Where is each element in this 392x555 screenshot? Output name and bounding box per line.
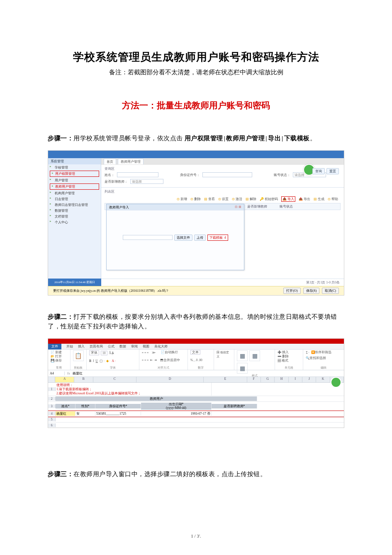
fx-icon[interactable]: fx bbox=[65, 372, 73, 375]
upload-button[interactable]: 上传 bbox=[194, 235, 206, 241]
save-button[interactable]: 保存(S) bbox=[303, 288, 320, 294]
tb-help[interactable]: ◎帮助 bbox=[328, 196, 338, 202]
col-i[interactable]: I bbox=[289, 377, 302, 382]
step-2: 步骤二：打开下载的模板，按要求分别填入表中各列教师的基本信息。填的时候注意日期格… bbox=[48, 312, 344, 331]
sidebar-item-data[interactable]: 数据管理 bbox=[48, 208, 101, 213]
hdr-new: 是否新聘教师* bbox=[212, 404, 257, 408]
pager: 第1页 · 共1页 1-0 共0条 bbox=[101, 279, 344, 286]
merge-button[interactable]: ⬒合并后居中 bbox=[160, 358, 180, 362]
italic-button[interactable]: I bbox=[93, 359, 94, 363]
browse-button[interactable]: 选择文件 bbox=[174, 235, 192, 241]
excel-tab-layout[interactable]: 页面布局 bbox=[90, 344, 103, 349]
cell-a4[interactable]: 杨显红 bbox=[56, 411, 75, 416]
sort-filter-button[interactable]: 🔽排序和筛选 bbox=[311, 350, 331, 355]
tb-import[interactable]: 📥导入 bbox=[281, 196, 295, 202]
tab-home[interactable]: 首页 bbox=[104, 159, 116, 164]
wrap-button[interactable]: 📄自动换行 bbox=[161, 350, 178, 355]
col-a[interactable]: A bbox=[55, 377, 74, 382]
col-k[interactable]: K bbox=[316, 377, 330, 382]
col-d[interactable]: D bbox=[136, 377, 204, 382]
sidebar-item-teacher-user[interactable]: 教师用户管理 bbox=[50, 183, 99, 190]
col-f[interactable]: F bbox=[247, 377, 261, 382]
cell-style-button[interactable]: ▦ bbox=[237, 363, 248, 374]
reset-button[interactable]: 重置 bbox=[326, 168, 339, 174]
excel-tab-insert[interactable]: 插入 bbox=[78, 344, 85, 349]
cell-d4[interactable]: 1993-07-17 否 bbox=[141, 411, 212, 416]
import-dialog: 教师用户导入 ⊟ ⊠ 选择文件 上传 下载模板 4 bbox=[106, 204, 244, 270]
quick-save[interactable]: 💾 保存 bbox=[51, 359, 68, 363]
col-g[interactable]: G bbox=[261, 377, 275, 382]
cond-fmt-button[interactable]: ▦ bbox=[237, 350, 248, 361]
toolbar: ◎新增 ◎删除 ▤查看 ◎设置 ◎激活 ▤解除 🔑初始密码 📥导入 📤导出 ▤生… bbox=[105, 195, 341, 203]
sidebar-item-org-user[interactable]: 机构用户管理 bbox=[48, 190, 101, 196]
search-button[interactable]: 查询 bbox=[312, 168, 325, 174]
merged-title: 教师用户 bbox=[56, 396, 257, 401]
list-area-label: 列表区 bbox=[105, 189, 341, 194]
tab-teacher-user[interactable]: 教师用户管理 bbox=[118, 159, 144, 164]
name-box[interactable]: A4 bbox=[48, 372, 65, 375]
sidebar-item-school[interactable]: 学校管理 bbox=[48, 164, 101, 170]
cell-delete[interactable]: ➖ 删除 bbox=[278, 355, 300, 359]
formula-bar[interactable]: 杨显红 bbox=[73, 371, 83, 376]
tb-export[interactable]: 📤导出 bbox=[299, 196, 310, 202]
dialog-close-icon[interactable]: ⊟ ⊠ bbox=[235, 205, 241, 210]
tb-gen[interactable]: ▤生成 bbox=[314, 196, 324, 202]
label-status: 账号状态： bbox=[274, 173, 290, 177]
col-h[interactable]: H bbox=[275, 377, 288, 382]
number-format[interactable]: 文本 bbox=[190, 350, 200, 355]
excel-tab-beautify[interactable]: 美化大师 bbox=[154, 344, 168, 349]
file-input[interactable] bbox=[123, 235, 173, 240]
tip-2: 2.建议使用Microsoft Excel 2003及以上版本编辑填写文件； bbox=[56, 391, 210, 396]
quick-new[interactable]: 📄 新建 bbox=[51, 350, 68, 355]
col-j[interactable]: J bbox=[302, 377, 316, 382]
col-b[interactable]: B bbox=[74, 377, 93, 382]
font-size[interactable]: 10 bbox=[101, 351, 107, 355]
underline-button[interactable]: U bbox=[96, 359, 98, 363]
excel-tab-home[interactable]: 开始 bbox=[66, 344, 73, 349]
cell-b4[interactable]: 女 bbox=[75, 411, 95, 416]
sidebar-item-user-auth[interactable]: 用户权限管理 bbox=[50, 171, 99, 177]
cell-insert[interactable]: ➕ 插入 bbox=[278, 350, 300, 355]
sidebar-item-teacher-log[interactable]: 教师日志管理日志管理 bbox=[48, 202, 101, 208]
open-button[interactable]: 打开(O) bbox=[283, 288, 300, 294]
excel-tab-formula[interactable]: 公式 bbox=[108, 344, 114, 349]
input-idno[interactable] bbox=[202, 172, 252, 177]
excel-tab-view[interactable]: 视图 bbox=[143, 344, 149, 349]
cell-c4[interactable]: 530381________1725 bbox=[95, 412, 141, 416]
doc-note: 备注：若截图部分看不太清楚，请老师在状态栏中调大缩放比例 bbox=[48, 68, 344, 76]
cell-format[interactable]: ▦ 格式 bbox=[278, 359, 300, 363]
tb-view[interactable]: ▤查看 bbox=[204, 196, 215, 202]
sidebar-item-users[interactable]: 用户管理 bbox=[48, 177, 101, 183]
excel-file-tab[interactable]: 文件 bbox=[48, 344, 61, 350]
tb-activate[interactable]: ◎激活 bbox=[232, 196, 242, 202]
col-e[interactable]: E bbox=[204, 377, 247, 382]
inline-format[interactable]: 国 低值定义 bbox=[217, 350, 231, 359]
find-select-button[interactable]: 🔍查找和选择 bbox=[306, 356, 326, 360]
sidebar-item-doc[interactable]: 文档管理 bbox=[48, 213, 101, 219]
tb-del[interactable]: ◎删除 bbox=[190, 196, 201, 202]
download-bar: 要打开或保存来自 jwy.ynjy.cn 的 教师用户导入模版（20161106… bbox=[48, 286, 344, 295]
select-isnew[interactable]: 请选择 bbox=[130, 179, 163, 184]
tb-release[interactable]: ▤解除 bbox=[246, 196, 256, 202]
table-fmt-button[interactable]: ▦ bbox=[249, 350, 260, 361]
col-c[interactable]: C bbox=[93, 377, 137, 382]
input-name[interactable] bbox=[117, 172, 158, 177]
sidebar-item-log[interactable]: 日志管理 bbox=[48, 196, 101, 202]
download-template-button[interactable]: 下载模板 4 bbox=[207, 235, 228, 241]
autosum-button[interactable]: Σ · bbox=[306, 351, 309, 355]
excel-tab-review[interactable]: 审阅 bbox=[131, 344, 138, 349]
font-name[interactable]: 宋体 bbox=[89, 350, 99, 355]
hdr-dob: 出生日期* (yyyy-MM-dd) bbox=[141, 403, 212, 410]
tb-new[interactable]: ◎新增 bbox=[177, 196, 187, 202]
time-bar: 2016年11月06日 11:54:48 星期日 bbox=[48, 279, 101, 286]
paste-button[interactable]: 📋 bbox=[73, 350, 84, 361]
sidebar-item-personal[interactable]: 个人中心 bbox=[48, 219, 101, 225]
quick-open[interactable]: 📂 打开 bbox=[51, 355, 68, 359]
tb-initpwd[interactable]: 🔑初始密码 bbox=[260, 196, 278, 202]
bold-button[interactable]: B bbox=[89, 359, 91, 363]
label-name: 姓名： bbox=[105, 173, 114, 177]
doc-title: 学校系统管理员生成教师用户账号和密码操作方法 bbox=[48, 50, 344, 64]
tb-set[interactable]: ◎设置 bbox=[218, 196, 229, 202]
excel-tab-data[interactable]: 数据 bbox=[119, 344, 126, 349]
cancel-button[interactable]: 取消(C) bbox=[322, 288, 339, 294]
